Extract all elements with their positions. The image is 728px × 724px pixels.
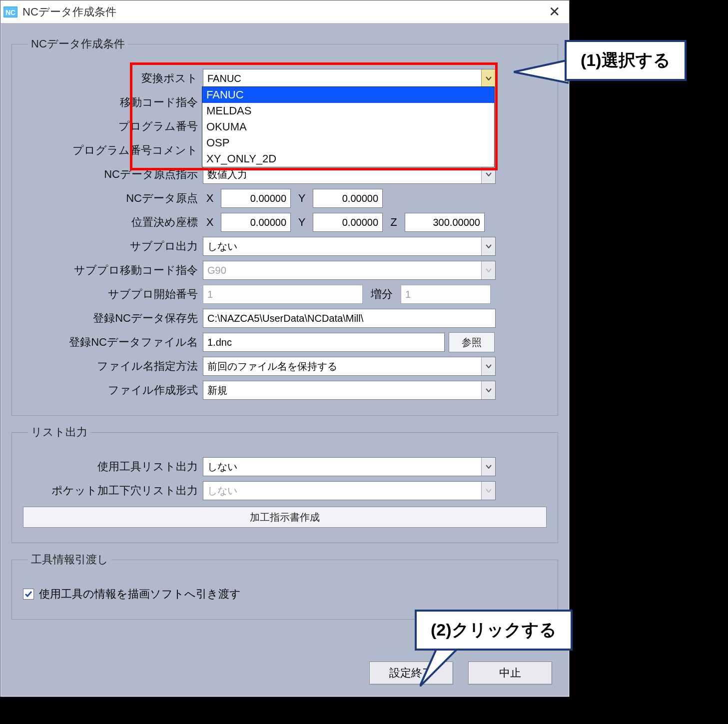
group-nc-conditions-legend: NCデータ作成条件 (28, 36, 128, 51)
label-pos: 位置決め座標 (23, 215, 203, 230)
post-option-meldas[interactable]: MELDAS (202, 103, 494, 119)
app-icon: NC (3, 6, 17, 17)
svg-marker-0 (514, 60, 569, 83)
post-dropdown-list[interactable]: FANUC MELDAS OKUMA OSP XY_ONLY_2D (202, 86, 495, 167)
close-button[interactable]: ✕ (539, 0, 569, 23)
file-mode-select[interactable]: 新規 (203, 381, 496, 400)
pos-y-input[interactable]: 0.00000 (313, 213, 383, 232)
save-file-input[interactable]: 1.dnc (203, 333, 445, 352)
group-list-output-legend: リスト出力 (28, 425, 90, 440)
label-prog-comment: プログラム番号コメント (23, 143, 203, 158)
post-option-fanuc[interactable]: FANUC (202, 87, 494, 103)
subpro-start-input: 1 (203, 285, 363, 304)
chevron-down-icon (481, 237, 495, 255)
cancel-button[interactable]: 中止 (468, 662, 552, 685)
subpro-move-code-value: G90 (207, 265, 226, 276)
group-list-output: リスト出力 使用工具リスト出力 しない ポケット加工下穴リスト出力 (11, 425, 558, 543)
save-dir-input[interactable]: C:\NAZCA5\UserData\NCData\Mill\ (203, 309, 496, 328)
post-option-okuma[interactable]: OKUMA (202, 119, 494, 135)
post-select-value: FANUC (207, 73, 241, 84)
label-save-dir: 登録NCデータ保存先 (23, 311, 203, 326)
pos-y-label: Y (295, 216, 309, 229)
file-mode-value: 新規 (207, 385, 227, 396)
annotation-2: (2)クリックする (415, 610, 573, 651)
subpro-out-select[interactable]: しない (203, 237, 496, 256)
label-subpro-out: サブプロ出力 (23, 239, 203, 254)
annotation-1-text: (1)選択する (581, 50, 671, 69)
browse-button[interactable]: 参照 (449, 332, 495, 352)
window-title: NCデータ作成条件 (22, 4, 116, 19)
chevron-down-icon (481, 357, 495, 375)
label-fname-method: ファイル名指定方法 (23, 359, 203, 374)
origin-y-input[interactable]: 0.00000 (313, 189, 383, 208)
pos-x-input[interactable]: 0.00000 (221, 213, 291, 232)
pos-x-label: X (203, 216, 217, 229)
titlebar: NC NCデータ作成条件 ✕ (0, 0, 569, 23)
pos-z-input[interactable]: 300.00000 (405, 213, 485, 232)
label-subpro-start: サブプロ開始番号 (23, 287, 203, 302)
tool-handover-label: 使用工具の情報を描画ソフトへ引き渡す (39, 587, 241, 602)
label-file-mode: ファイル作成形式 (23, 383, 203, 398)
fname-method-select[interactable]: 前回のファイル名を保持する (203, 357, 496, 376)
dialog-window: NC NCデータ作成条件 ✕ NCデータ作成条件 変換ポスト FANUC (0, 0, 570, 697)
subpro-move-code-select: G90 (203, 261, 496, 280)
tool-handover-checkbox[interactable] (23, 589, 34, 600)
origin-y-label: Y (295, 192, 309, 205)
pos-z-label: Z (387, 216, 401, 229)
label-prog-no: プログラム番号 (23, 119, 203, 134)
fname-method-value: 前回のファイル名を保持する (207, 361, 337, 372)
label-move-code: 移動コード指令 (23, 95, 203, 110)
make-instruction-sheet-button[interactable]: 加工指示書作成 (23, 507, 547, 528)
label-subpro-move-code: サブプロ移動コード指令 (23, 263, 203, 278)
origin-mode-select[interactable]: 数値入力 (203, 165, 496, 184)
chevron-down-icon (481, 458, 495, 476)
pocket-list-select: しない (203, 481, 496, 500)
annotation-2-text: (2)クリックする (431, 620, 557, 639)
group-nc-conditions: NCデータ作成条件 変換ポスト FANUC FA (11, 36, 558, 416)
chevron-down-icon (481, 261, 495, 279)
label-origin: NCデータ原点 (23, 191, 203, 206)
origin-mode-value: 数値入力 (207, 169, 247, 180)
post-option-osp[interactable]: OSP (202, 135, 494, 151)
label-origin-mode: NCデータ原点指示 (23, 167, 203, 182)
subpro-out-value: しない (207, 241, 237, 252)
group-tool-handover-legend: 工具情報引渡し (28, 552, 111, 567)
chevron-down-icon (481, 69, 495, 87)
origin-x-input[interactable]: 0.00000 (221, 189, 291, 208)
pocket-list-value: しない (207, 485, 237, 496)
label-save-file: 登録NCデータファイル名 (23, 335, 203, 350)
chevron-down-icon (481, 482, 495, 500)
label-tool-list: 使用工具リスト出力 (23, 459, 203, 474)
label-pocket-list: ポケット加工下穴リスト出力 (23, 483, 203, 498)
chevron-down-icon (481, 165, 495, 183)
tool-list-select[interactable]: しない (203, 457, 496, 476)
tool-list-value: しない (207, 461, 237, 472)
post-option-xyonly2d[interactable]: XY_ONLY_2D (202, 151, 494, 167)
origin-x-label: X (203, 192, 217, 205)
annotation-1: (1)選択する (565, 40, 687, 81)
subpro-inc-input: 1 (401, 285, 491, 304)
label-post: 変換ポスト (23, 71, 203, 86)
chevron-down-icon (481, 381, 495, 399)
annotation-1-tail (514, 60, 569, 100)
label-subpro-inc: 増分 (367, 287, 397, 302)
post-select[interactable]: FANUC (203, 69, 496, 88)
